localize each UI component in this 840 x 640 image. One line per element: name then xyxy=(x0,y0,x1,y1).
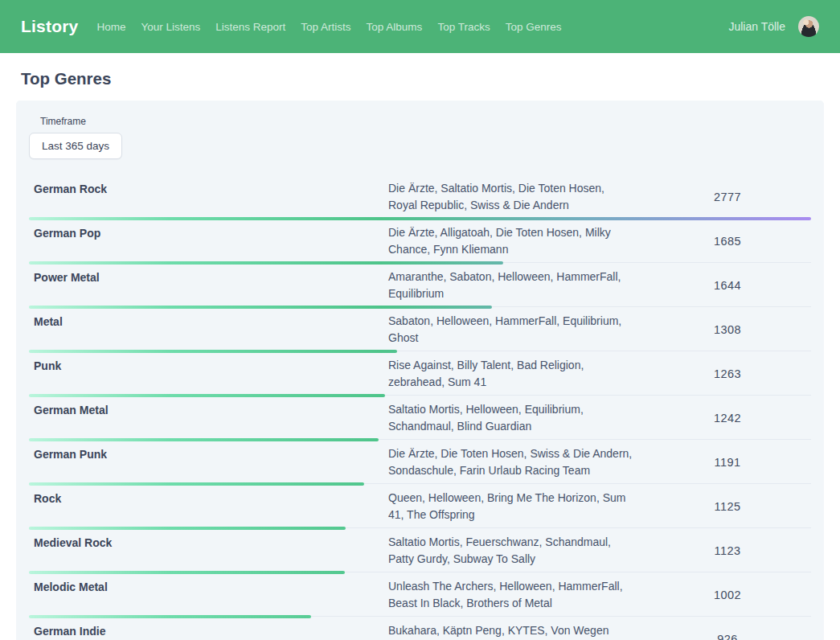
genre-count: 1002 xyxy=(644,589,811,601)
genre-count: 1123 xyxy=(644,544,811,557)
genre-name: Medieval Rock xyxy=(29,534,388,568)
genre-name: Power Metal xyxy=(29,269,388,302)
page-content: Top Genres Timeframe Last 365 days Germa… xyxy=(0,69,840,640)
genre-count: 926 xyxy=(644,633,811,640)
user-name[interactable]: Julian Tölle xyxy=(728,20,785,33)
table-row: Rock Queen, Helloween, Bring Me The Hori… xyxy=(29,484,811,528)
table-row: German Metal Saltatio Mortis, Helloween,… xyxy=(29,396,811,440)
table-row: Metal Sabaton, Helloween, HammerFall, Eq… xyxy=(29,307,811,351)
table-row: German Pop Die Ärzte, Alligatoah, Die To… xyxy=(29,219,811,263)
table-row: Melodic Metal Unleash The Archers, Hello… xyxy=(29,572,811,617)
genre-name: German Indie xyxy=(29,622,388,640)
genre-count: 1263 xyxy=(644,367,811,380)
nav-item-top-genres[interactable]: Top Genres xyxy=(506,21,562,33)
nav-item-top-artists[interactable]: Top Artists xyxy=(301,21,350,33)
user-avatar-icon[interactable] xyxy=(798,16,819,37)
genre-count: 1242 xyxy=(644,412,811,425)
genre-artists: Queen, Helloween, Bring Me The Horizon, … xyxy=(388,490,644,523)
table-row: Punk Rise Against, Billy Talent, Bad Rel… xyxy=(29,351,811,396)
genre-artists: Die Ärzte, Alligatoah, Die Toten Hosen, … xyxy=(388,224,644,258)
genre-artists: Die Ärzte, Die Toten Hosen, Swiss & Die … xyxy=(388,445,644,479)
genre-artists: Saltatio Mortis, Helloween, Equilibrium,… xyxy=(388,401,644,435)
genre-count: 1191 xyxy=(644,456,811,469)
table-row: Power Metal Amaranthe, Sabaton, Hellowee… xyxy=(29,263,811,307)
genre-count: 1685 xyxy=(644,235,811,248)
app-logo[interactable]: Listory xyxy=(21,17,78,36)
genre-artists: Bukahara, Käptn Peng, KYTES, Von Wegen L… xyxy=(388,622,644,640)
top-genres-card: Timeframe Last 365 days German Rock Die … xyxy=(16,101,824,640)
genre-artists: Sabaton, Helloween, HammerFall, Equilibr… xyxy=(388,313,644,347)
genre-name: German Metal xyxy=(29,401,388,435)
genre-name: Rock xyxy=(29,490,388,523)
genre-name: German Pop xyxy=(29,224,388,258)
genre-count: 1644 xyxy=(644,279,811,292)
table-row: German Punk Die Ärzte, Die Toten Hosen, … xyxy=(29,440,811,484)
table-row: Medieval Rock Saltatio Mortis, Feuerschw… xyxy=(29,528,811,572)
nav-item-home[interactable]: Home xyxy=(96,21,125,33)
genre-name: German Punk xyxy=(29,445,388,479)
nav-item-top-tracks[interactable]: Top Tracks xyxy=(437,21,490,33)
genre-artists: Amaranthe, Sabaton, Helloween, HammerFal… xyxy=(388,269,644,302)
genre-name: German Rock xyxy=(29,180,388,214)
genre-artists: Unleash The Archers, Helloween, HammerFa… xyxy=(388,578,644,612)
user-menu: Julian Tölle xyxy=(728,16,819,37)
genre-artists: Die Ärzte, Saltatio Mortis, Die Toten Ho… xyxy=(388,180,644,214)
app-header: Listory Home Your Listens Listens Report… xyxy=(0,0,840,53)
genre-artists: Rise Against, Billy Talent, Bad Religion… xyxy=(388,357,644,391)
timeframe-label: Timeframe xyxy=(40,116,811,127)
genre-name: Punk xyxy=(29,357,388,391)
genres-table: German Rock Die Ärzte, Saltatio Mortis, … xyxy=(29,174,811,640)
genre-count: 2777 xyxy=(644,191,811,203)
genre-artists: Saltatio Mortis, Feuerschwanz, Schandmau… xyxy=(388,534,644,568)
genre-name: Melodic Metal xyxy=(29,578,388,612)
main-nav: Home Your Listens Listens Report Top Art… xyxy=(96,21,561,33)
page-title: Top Genres xyxy=(21,69,824,88)
timeframe-select[interactable]: Last 365 days xyxy=(29,133,122,159)
genre-count: 1125 xyxy=(644,500,811,513)
genre-count: 1308 xyxy=(644,323,811,336)
table-row: German Rock Die Ärzte, Saltatio Mortis, … xyxy=(29,174,811,219)
nav-item-listens-report[interactable]: Listens Report xyxy=(215,21,285,33)
nav-item-top-albums[interactable]: Top Albums xyxy=(367,21,423,33)
table-row: German Indie Bukahara, Käptn Peng, KYTES… xyxy=(29,617,811,640)
nav-item-your-listens[interactable]: Your Listens xyxy=(141,21,200,33)
genre-name: Metal xyxy=(29,313,388,347)
